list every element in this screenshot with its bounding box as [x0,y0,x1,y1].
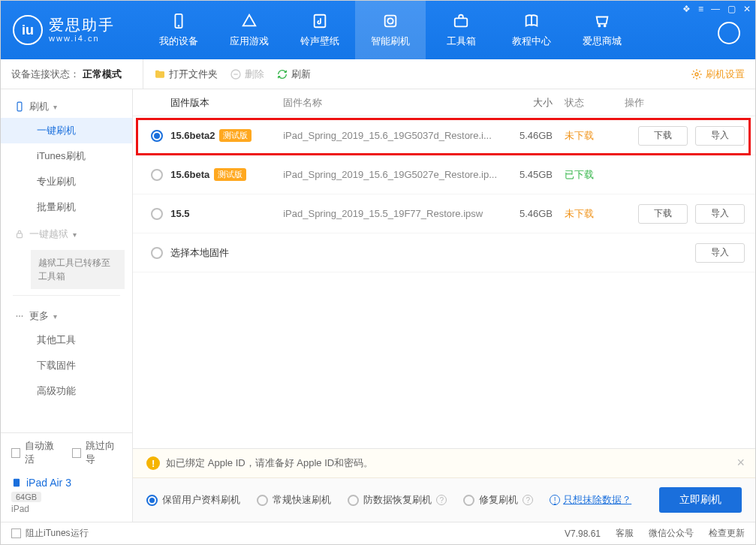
sidebar-item-download-fw[interactable]: 下载固件 [1,353,132,378]
sidebar-item-other[interactable]: 其他工具 [1,327,132,353]
footer-wechat[interactable]: 微信公众号 [649,527,694,540]
window-controls: ❖ ≡ — ▢ ✕ [682,4,751,14]
flash-settings-button[interactable]: 刷机设置 [691,68,745,81]
tab-apps[interactable]: 应用游戏 [214,1,285,59]
phone-icon [14,101,25,112]
sidebar-bottom: 自动激活 跳过向导 iPad Air 3 64GB iPad [1,432,132,522]
device-type: iPad [11,504,122,514]
opt-quick[interactable]: 常规快速刷机 [257,493,331,507]
svg-point-1 [178,26,179,27]
footer-support[interactable]: 客服 [616,527,634,540]
sidebar-item-pro[interactable]: 专业刷机 [1,169,132,194]
tab-toolbox[interactable]: 工具箱 [426,1,496,59]
checkbox-label: 阻止iTunes运行 [26,527,89,540]
beta-badge: 测试版 [219,129,251,142]
tab-label: 教程中心 [512,35,551,48]
cart-icon [593,12,611,30]
footer-bar: 阻止iTunes运行 V7.98.61 客服 微信公众号 检查更新 [1,522,755,544]
group-title: 一键越狱 [29,227,68,241]
tab-tutorials[interactable]: 教程中心 [496,1,567,59]
auto-activate-checkbox[interactable]: 自动激活 [11,439,62,466]
connection-status: 设备连接状态： 正常模式 [1,59,143,89]
refresh-icon [276,68,288,80]
flash-options-row: 保留用户资料刷机 常规快速刷机 防数据恢复刷机? 修复刷机? !只想抹除数据？ … [133,478,755,522]
tab-my-device[interactable]: 我的设备 [143,1,214,59]
downloads-button[interactable] [718,22,740,44]
status-label: 设备连接状态： [11,68,80,81]
skip-guide-checkbox[interactable]: 跳过向导 [72,439,122,466]
radio-local[interactable] [151,247,163,259]
refresh-button[interactable]: 刷新 [276,68,311,81]
main-area: 刷机 ▾ 一键刷机 iTunes刷机 专业刷机 批量刷机 一键越狱 ▾ 越狱工具… [1,89,755,522]
toolbar-label: 打开文件夹 [169,68,218,81]
import-button[interactable]: 导入 [695,204,745,224]
svg-rect-4 [455,18,468,26]
device-name[interactable]: iPad Air 3 [11,477,122,489]
beta-badge: 测试版 [214,168,246,181]
download-button[interactable]: 下载 [638,126,688,146]
cell-filename: iPad_Spring_2019_15.6_19G5037d_Restore.i… [283,130,505,141]
header-ops: 操作 [625,96,745,110]
opt-label: 修复刷机 [479,493,518,507]
cell-status: 未下载 [565,207,625,221]
music-icon [311,12,329,30]
maximize-icon[interactable]: ▢ [727,4,736,14]
lock-icon [14,229,25,239]
opt-anti-recovery[interactable]: 防数据恢复刷机? [348,493,447,507]
close-warning-button[interactable]: × [736,455,745,471]
radio-select[interactable] [151,208,163,220]
download-icon [724,28,734,38]
sidebar-group-jailbreak[interactable]: 一键越狱 ▾ [1,220,132,245]
sidebar-item-batch[interactable]: 批量刷机 [1,194,132,220]
open-folder-button[interactable]: 打开文件夹 [154,68,218,81]
group-title: 刷机 [29,100,49,113]
menu-icon[interactable]: ≡ [698,4,703,14]
download-button[interactable]: 下载 [638,204,688,224]
help-icon[interactable]: ? [523,495,533,505]
more-icon [14,311,25,321]
tab-smart-flash[interactable]: 智能刷机 [355,1,426,59]
table-row[interactable]: 15.6beta测试版iPad_Spring_2019_15.6_19G5027… [133,155,755,194]
sidebar: 刷机 ▾ 一键刷机 iTunes刷机 专业刷机 批量刷机 一键越狱 ▾ 越狱工具… [1,89,133,522]
flash-icon [381,12,399,30]
erase-link[interactable]: !只想抹除数据？ [550,493,631,507]
minimize-icon[interactable]: — [711,4,720,14]
sidebar-item-oneclick[interactable]: 一键刷机 [1,118,132,143]
tab-label: 铃声壁纸 [300,35,339,48]
header-size: 大小 [505,96,565,110]
tab-store[interactable]: 爱思商城 [567,1,637,59]
help-icon[interactable]: ? [436,495,447,505]
table-row[interactable]: 15.5iPad_Spring_2019_15.5_19F77_Restore.… [133,194,755,233]
radio-select[interactable] [151,130,163,142]
skin-icon[interactable]: ❖ [682,4,691,14]
sidebar-item-itunes[interactable]: iTunes刷机 [1,143,132,169]
jailbreak-note: 越狱工具已转移至工具箱 [31,250,125,289]
opt-repair[interactable]: 修复刷机? [463,493,533,507]
delete-button[interactable]: 删除 [230,68,264,81]
svg-point-6 [695,73,698,76]
local-firmware-row: 选择本地固件 导入 [133,233,755,272]
toolbox-icon [452,12,470,30]
toolbar-row: 设备连接状态： 正常模式 打开文件夹 删除 刷新 刷机设置 [1,59,755,89]
tab-ringtones[interactable]: 铃声壁纸 [285,1,355,59]
block-itunes-checkbox[interactable]: 阻止iTunes运行 [11,527,89,540]
tab-label: 智能刷机 [371,35,410,48]
flash-now-button[interactable]: 立即刷机 [659,487,742,513]
radio-select[interactable] [151,169,163,181]
cell-status: 未下载 [565,129,625,143]
header-name: 固件名称 [283,96,505,110]
footer-check-update[interactable]: 检查更新 [709,527,745,540]
tab-label: 我的设备 [159,35,198,48]
close-icon[interactable]: ✕ [743,4,751,14]
device-capacity: 64GB [11,492,41,502]
table-row[interactable]: 15.6beta2测试版iPad_Spring_2019_15.6_19G503… [133,116,755,155]
table-header: 固件版本 固件名称 大小 状态 操作 [133,89,755,116]
import-button[interactable]: 导入 [695,126,745,146]
cell-version: 15.5 [170,208,283,219]
sidebar-group-flash[interactable]: 刷机 ▾ [1,92,132,118]
opt-keep-data[interactable]: 保留用户资料刷机 [146,493,240,507]
sidebar-group-more[interactable]: 更多 ▾ [1,302,132,327]
import-local-button[interactable]: 导入 [695,243,745,263]
sidebar-item-advanced[interactable]: 高级功能 [1,378,132,404]
brand-title: 爱思助手 [49,16,115,34]
